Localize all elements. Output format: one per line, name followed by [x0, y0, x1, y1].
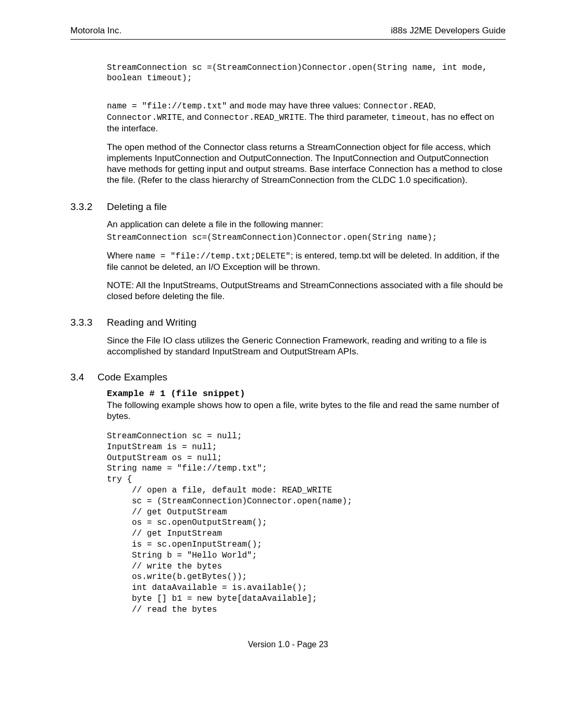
section-34-title: Code Examples [97, 371, 167, 384]
s332-code-1: StreamConnection sc=(StreamConnection)Co… [107, 232, 506, 243]
intro-p1-readwrite: Connector.READ_WRITE [204, 113, 304, 122]
s333-p1: Since the File IO class utilizes the Gen… [107, 335, 506, 357]
intro-p1-t4: may have three values: [267, 101, 363, 110]
intro-p1-t6: , [433, 101, 436, 110]
section-333-number: 3.3.3 [70, 316, 107, 329]
header-left: Motorola Inc. [70, 25, 121, 36]
section-332-title: Deleting a file [107, 201, 167, 213]
intro-paragraph-1: name = "file://temp.txt" and mode may ha… [107, 100, 506, 134]
s332-p1: An application can delete a file in the … [107, 219, 506, 230]
intro-code-1: StreamConnection sc =(StreamConnection)C… [107, 63, 506, 83]
intro-p1-t8: , and [182, 112, 204, 122]
intro-p1-t10: . The third parameter, [304, 112, 391, 122]
section-34-number: 3.4 [70, 371, 97, 384]
example-1-desc: The following example shows how to open … [107, 400, 506, 422]
example-1-code: StreamConnection sc = null; InputStream … [107, 431, 506, 615]
s332-p2: Where name = "file://temp.txt;DELETE"; i… [107, 250, 506, 273]
page-footer: Version 1.0 - Page 23 [70, 639, 506, 650]
s332-p2-t1: Where [107, 251, 136, 261]
intro-p1-t2: and [227, 101, 247, 110]
document-page: Motorola Inc. i88s J2ME Developers Guide… [0, 0, 563, 671]
content: StreamConnection sc =(StreamConnection)C… [107, 63, 506, 357]
intro-p1-timeout: timeout [391, 113, 426, 122]
intro-p1-write: Connector.WRITE [107, 113, 182, 122]
section-333-heading: 3.3.3 Reading and Writing [70, 316, 506, 329]
s332-note: NOTE: All the InputStreams, OutputStream… [107, 280, 506, 302]
header-right: i88s J2ME Developers Guide [391, 25, 506, 36]
s332-p2-name-assign: name = "file://temp.txt;DELETE" [136, 252, 291, 261]
page-header: Motorola Inc. i88s J2ME Developers Guide [70, 25, 506, 40]
section-34-heading: 3.4 Code Examples [70, 371, 506, 384]
intro-p1-read: Connector.READ [363, 102, 433, 111]
section-333-title: Reading and Writing [107, 316, 197, 329]
intro-p1-mode: mode [247, 102, 266, 111]
intro-p1-name-assign: name = "file://temp.txt" [107, 102, 227, 111]
section-34-body: Example # 1 (file snippet) The following… [107, 388, 506, 615]
section-332-number: 3.3.2 [70, 201, 107, 213]
section-332-heading: 3.3.2 Deleting a file [70, 201, 506, 213]
intro-paragraph-2: The open method of the Connector class r… [107, 142, 506, 186]
example-1-title: Example # 1 (file snippet) [107, 388, 506, 399]
